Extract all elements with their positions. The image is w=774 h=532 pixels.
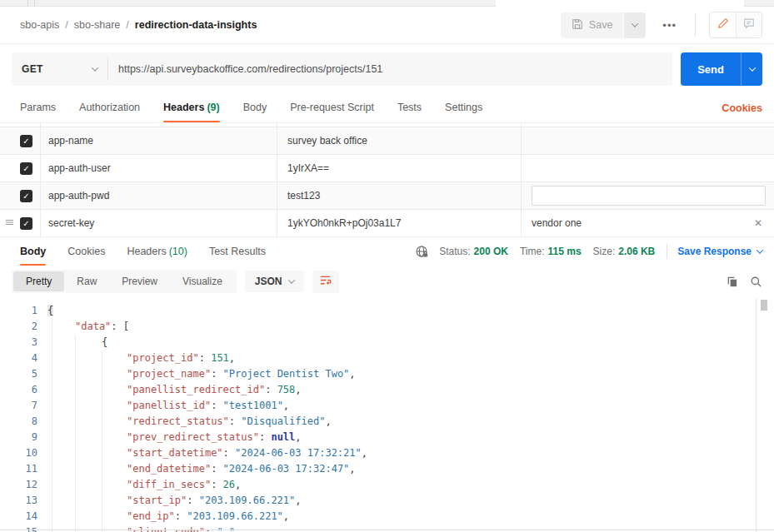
code-token: "test1001": [223, 400, 283, 411]
copy-icon[interactable]: [726, 276, 738, 288]
response-tab-body[interactable]: Body: [20, 238, 46, 266]
view-tab-pretty[interactable]: Pretty: [13, 271, 64, 291]
wrap-text-button[interactable]: [312, 271, 339, 293]
code-token: "203.109.66.221": [199, 495, 296, 506]
response-bar: BodyCookiesHeaders(10)Test Results Statu…: [0, 237, 774, 266]
more-options-button[interactable]: •••: [657, 16, 682, 35]
code-token: "start_datetime": [127, 447, 223, 459]
code-line: 5"project_name": "Project Dentist Two",: [0, 366, 774, 382]
code-token: "2024-06-03 17:32:47": [223, 463, 350, 475]
code-token: 151: [211, 352, 229, 364]
active-tab-edge: [496, 0, 744, 7]
header-actions: Save •••: [561, 12, 762, 38]
header-description-cell[interactable]: [521, 155, 774, 181]
row-checkbox[interactable]: ✓: [20, 162, 32, 175]
request-tab-pre-request-script[interactable]: Pre-request Script: [290, 93, 374, 122]
header-value-cell[interactable]: 1ykYOh0nkR+pOj03a1L7: [277, 210, 521, 236]
code-token: "start_ip": [127, 495, 187, 506]
time-value: 115 ms: [548, 246, 582, 257]
line-number: 7: [10, 398, 37, 414]
url-input[interactable]: [108, 52, 672, 86]
indent-guide: [75, 382, 102, 398]
line-number: 6: [10, 382, 37, 398]
status-label: Status:: [439, 246, 470, 257]
request-tab-tests[interactable]: Tests: [397, 93, 422, 122]
request-tab-headers[interactable]: Headers(9): [163, 93, 220, 122]
header-description-cell[interactable]: [521, 182, 774, 209]
method-select[interactable]: GET: [12, 52, 107, 86]
save-options-button[interactable]: [624, 12, 646, 38]
code-token: ,: [349, 368, 355, 380]
headers-table: ✓app-namesurvey back office✓app-auth-use…: [0, 122, 774, 237]
wrap-text-icon: [319, 274, 332, 290]
breadcrumb-folder[interactable]: sbo-share: [74, 19, 121, 31]
cookies-link[interactable]: Cookies: [722, 102, 762, 114]
header-key-cell[interactable]: app-auth-user: [40, 155, 277, 181]
indent-guide: [52, 414, 75, 430]
format-select[interactable]: JSON: [245, 271, 304, 292]
row-checkbox[interactable]: ✓: [20, 135, 32, 147]
request-tabs: ParamsAuthorizationHeaders(9)BodyPre-req…: [0, 93, 774, 122]
header-value-cell[interactable]: 1yIrXA==: [277, 155, 521, 181]
save-response-label: Save Response: [677, 246, 752, 257]
comment-button[interactable]: [736, 12, 762, 37]
breadcrumb-request-name[interactable]: redirection-data-insights: [135, 19, 257, 31]
header-description-cell[interactable]: vendor one✕: [521, 210, 774, 236]
header-key-cell[interactable]: app-auth-pwd: [40, 182, 277, 209]
line-number: 8: [10, 414, 37, 430]
request-tab-authorization[interactable]: Authorization: [79, 93, 140, 122]
edit-comment-group: [709, 12, 762, 38]
row-checkbox[interactable]: ✓: [20, 190, 32, 202]
indent-guide: [52, 445, 75, 461]
code-token: null: [271, 431, 295, 443]
header-key-cell[interactable]: app-name: [40, 127, 277, 154]
send-button[interactable]: Send: [681, 52, 741, 86]
code-token: ,: [325, 415, 331, 427]
chevron-down-icon: [92, 64, 98, 71]
method-label: GET: [22, 63, 43, 75]
request-tab-body[interactable]: Body: [243, 93, 267, 122]
view-tab-visualize[interactable]: Visualize: [170, 271, 235, 291]
view-tab-preview[interactable]: Preview: [109, 271, 170, 291]
table-cell: [40, 123, 277, 127]
edit-button[interactable]: [710, 12, 736, 37]
code-token: ,: [295, 431, 301, 443]
save-response-button[interactable]: Save Response: [677, 246, 762, 257]
save-button[interactable]: Save: [561, 12, 625, 38]
scrollbar-thumb[interactable]: [761, 300, 767, 311]
header-row-app-auth-user: ✓app-auth-user1yIrXA==: [0, 155, 774, 182]
header-description-cell[interactable]: [521, 127, 774, 154]
network-globe-icon[interactable]: [415, 245, 429, 259]
header-key-cell[interactable]: secret-key: [40, 210, 277, 236]
row-checkbox[interactable]: ✓: [20, 217, 32, 230]
request-tab-params[interactable]: Params: [20, 93, 56, 122]
save-button-group: Save: [561, 12, 647, 38]
indent-guide: [52, 493, 75, 509]
request-tab-settings[interactable]: Settings: [445, 93, 482, 122]
close-icon[interactable]: ✕: [751, 216, 766, 231]
response-tab-test-results[interactable]: Test Results: [209, 238, 266, 266]
send-options-button[interactable]: [741, 52, 762, 86]
response-tab-headers[interactable]: Headers(10): [127, 238, 187, 266]
table-cell: [277, 123, 521, 127]
header-value-cell[interactable]: survey back office: [277, 127, 521, 154]
view-tab-raw[interactable]: Raw: [64, 271, 109, 291]
code-token: ,: [349, 463, 355, 475]
indent-guide: [75, 351, 102, 366]
indent-guide: [102, 477, 127, 493]
response-tab-label: Headers: [127, 246, 166, 257]
indent-guide: [75, 398, 102, 414]
url-box: GET: [12, 52, 672, 86]
format-label: JSON: [255, 276, 282, 287]
breadcrumb-collection[interactable]: sbo-apis: [20, 19, 59, 31]
search-icon[interactable]: [750, 276, 762, 288]
indent-guide: [52, 430, 75, 445]
header-value-cell[interactable]: test123: [277, 182, 521, 209]
response-tab-cookies[interactable]: Cookies: [67, 238, 105, 266]
code-token: 758: [277, 384, 296, 395]
indent-guide: [102, 351, 127, 366]
code-line: 1{: [0, 303, 774, 319]
drag-handle-icon[interactable]: [5, 217, 14, 230]
description-input[interactable]: [532, 186, 766, 206]
status-value: 200 OK: [474, 246, 508, 257]
